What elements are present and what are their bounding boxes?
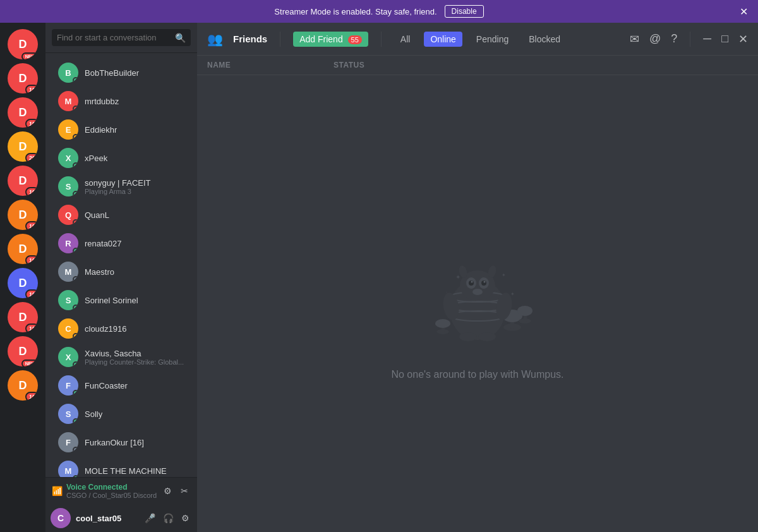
wumpus-svg: ✦ ✦ · ✦ · bbox=[408, 234, 547, 348]
dm-list-item[interactable]: Ccloudz1916 bbox=[51, 315, 192, 342]
status-dot bbox=[73, 390, 78, 396]
dm-list-item[interactable]: MMaestro bbox=[51, 258, 192, 286]
voice-connected-bar: 📶 Voice Connected CSGO / Cool_Star05 Dis… bbox=[45, 477, 197, 504]
close-window-button[interactable]: ✕ bbox=[738, 32, 748, 46]
dm-avatar: M bbox=[58, 91, 78, 111]
search-bar-container: 🔍 bbox=[45, 23, 197, 53]
dm-avatar: C bbox=[58, 318, 78, 339]
dm-username: Sorinel Sorinel bbox=[85, 296, 138, 305]
dm-sidebar-bottom: 📶 Voice Connected CSGO / Cool_Star05 Dis… bbox=[45, 477, 197, 532]
dm-username: xPeek bbox=[85, 154, 107, 163]
svg-point-23 bbox=[478, 332, 496, 341]
maximize-button[interactable]: □ bbox=[721, 32, 728, 45]
dm-avatar: X bbox=[58, 347, 78, 367]
dm-list-item[interactable]: SSorinel Sorinel bbox=[51, 286, 192, 314]
tab-blocked[interactable]: Blocked bbox=[522, 32, 567, 47]
dm-list-item[interactable]: BBobTheBuilder bbox=[51, 59, 192, 87]
dm-list-item[interactable]: XXavius, SaschaPlaying Counter-Strike: G… bbox=[51, 343, 192, 371]
dm-username: Solly bbox=[85, 409, 102, 419]
svg-point-15 bbox=[471, 281, 473, 282]
dm-list-item[interactable]: Mmrtdubbz bbox=[51, 87, 192, 115]
voice-settings-button[interactable]: ⚙ bbox=[161, 483, 174, 499]
status-dot bbox=[73, 219, 78, 225]
nitro-button[interactable]: @ bbox=[649, 32, 661, 45]
status-dot bbox=[73, 361, 78, 367]
header-divider bbox=[280, 32, 280, 47]
streamer-banner-text: Streamer Mode is enabled. Stay safe, fri… bbox=[274, 7, 436, 16]
voice-channel-name: CSGO / Cool_Star05 Discord bbox=[66, 492, 157, 499]
svg-point-16 bbox=[484, 281, 486, 282]
dm-list-item[interactable]: FFurkanOkur [16] bbox=[51, 428, 192, 456]
mute-button[interactable]: 🎤 bbox=[142, 511, 158, 526]
dm-username: FunCoaster bbox=[85, 381, 128, 390]
empty-state: ✦ ✦ · ✦ · No one's around to play with W… bbox=[197, 75, 758, 532]
server-icon-9[interactable]: D10 bbox=[8, 302, 38, 332]
new-dm-button[interactable]: ✉ bbox=[630, 32, 639, 46]
dm-list-item[interactable]: EEddiekhr bbox=[51, 116, 192, 143]
minimize-button[interactable]: ─ bbox=[703, 32, 711, 45]
tab-all[interactable]: All bbox=[394, 32, 417, 47]
server-icon-10[interactable]: DNEW bbox=[8, 336, 38, 366]
dm-list-item[interactable]: Ssonyguy | FACEITPlaying Arma 3 bbox=[51, 172, 192, 200]
dm-sub-status: Playing Arma 3 bbox=[85, 188, 151, 195]
svg-point-17 bbox=[472, 289, 483, 295]
server-icon-3[interactable]: D10 bbox=[8, 97, 38, 128]
dm-list-item[interactable]: FFunCoaster bbox=[51, 372, 192, 399]
status-dot bbox=[73, 134, 78, 140]
svg-text:✦: ✦ bbox=[502, 272, 506, 278]
empty-state-text: No one's around to play with Wumpus. bbox=[391, 369, 563, 380]
server-icon-11[interactable]: D10 bbox=[8, 370, 38, 401]
server-icon-6[interactable]: D10 bbox=[8, 200, 38, 230]
dm-sidebar: 🔍 BBobTheBuilderMmrtdubbzEEddiekhrXxPeek… bbox=[45, 23, 197, 532]
voice-actions: ⚙ ✂ bbox=[161, 483, 191, 499]
dm-avatar: R bbox=[58, 233, 78, 253]
dm-username: mrtdubbz bbox=[85, 97, 119, 106]
dm-username: Xavius, Sascha bbox=[85, 349, 184, 358]
user-settings-button[interactable]: ⚙ bbox=[179, 511, 192, 526]
server-icon-4[interactable]: D20 bbox=[8, 131, 38, 162]
dm-avatar: M bbox=[58, 262, 78, 282]
dm-username: QuanL bbox=[85, 210, 109, 220]
status-dot bbox=[73, 475, 78, 477]
tab-online[interactable]: Online bbox=[424, 32, 462, 47]
close-streamer-banner-icon[interactable]: ✕ bbox=[740, 6, 748, 18]
streamer-banner: Streamer Mode is enabled. Stay safe, fri… bbox=[0, 0, 758, 23]
friends-table-header: NAME STATUS bbox=[197, 56, 758, 75]
svg-point-5 bbox=[517, 306, 532, 316]
dm-list-item[interactable]: QQuanL bbox=[51, 201, 192, 229]
server-list: DNEWD10D10D20D10D10D10D10D10DNEWD10 bbox=[0, 23, 45, 532]
server-icon-2[interactable]: D10 bbox=[8, 63, 38, 94]
dm-list-item[interactable]: Rrenata027 bbox=[51, 229, 192, 257]
dm-avatar: F bbox=[58, 432, 78, 452]
dm-list-item[interactable]: SSolly bbox=[51, 400, 192, 428]
wumpus-illustration: ✦ ✦ · ✦ · bbox=[395, 227, 560, 354]
server-icon-5[interactable]: D10 bbox=[8, 166, 38, 196]
svg-text:·: · bbox=[446, 290, 447, 294]
deafen-button[interactable]: 🎧 bbox=[160, 511, 176, 526]
search-input[interactable] bbox=[52, 29, 191, 46]
friends-title: Friends bbox=[233, 33, 267, 44]
voice-disconnect-button[interactable]: ✂ bbox=[178, 483, 191, 499]
disable-streamer-button[interactable]: Disable bbox=[445, 5, 484, 18]
tab-add-friend[interactable]: Add Friend 55 bbox=[293, 32, 368, 47]
tab-pending[interactable]: Pending bbox=[470, 32, 515, 47]
status-dot bbox=[73, 106, 78, 111]
header-divider-3 bbox=[690, 32, 690, 47]
status-dot bbox=[73, 162, 78, 168]
svg-text:✦: ✦ bbox=[510, 291, 515, 297]
friends-icon: 👥 bbox=[207, 32, 223, 47]
help-button[interactable]: ? bbox=[671, 32, 677, 45]
server-icon-1[interactable]: DNEW bbox=[8, 29, 38, 59]
status-dot bbox=[73, 248, 78, 253]
dm-avatar: S bbox=[58, 176, 78, 196]
status-dot bbox=[73, 447, 78, 452]
server-icon-8[interactable]: D10 bbox=[8, 268, 38, 298]
col-status-header: STATUS bbox=[334, 61, 748, 70]
dm-list-item[interactable]: MMOLE THE MACHINE bbox=[51, 457, 192, 477]
status-dot bbox=[73, 418, 78, 424]
server-icon-7[interactable]: D10 bbox=[8, 234, 38, 264]
main-content: 👥 Friends Add Friend 55 All Online Pendi… bbox=[197, 23, 758, 532]
user-bar: C cool_star05 🎤 🎧 ⚙ bbox=[45, 504, 197, 532]
dm-username: MOLE THE MACHINE bbox=[85, 466, 167, 476]
dm-list-item[interactable]: XxPeek bbox=[51, 144, 192, 172]
